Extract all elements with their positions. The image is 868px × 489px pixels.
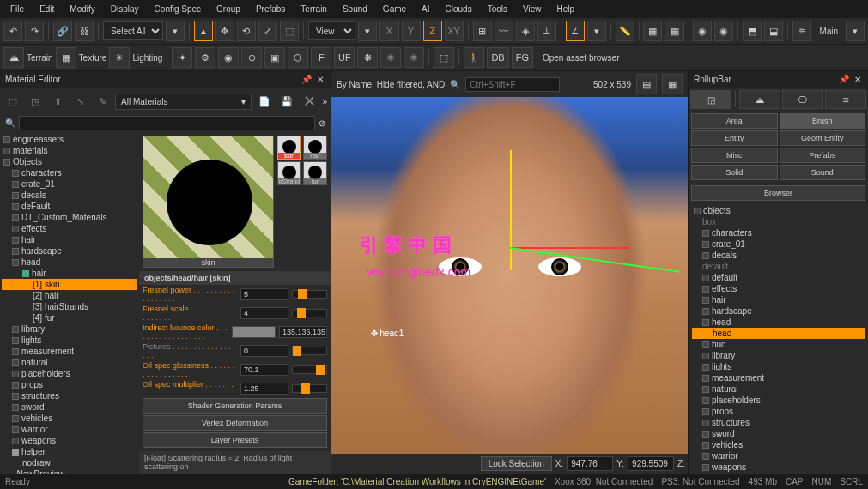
lighting-icon[interactable]: ☀ bbox=[109, 47, 130, 68]
select-filter-dropdown[interactable]: Select All bbox=[103, 21, 163, 40]
tree-item-props[interactable]: props bbox=[2, 379, 137, 390]
tab-display[interactable]: 🖵 bbox=[782, 90, 823, 109]
tree-item-head[interactable]: head bbox=[2, 257, 137, 268]
mat-new-button[interactable]: 📄 bbox=[255, 92, 274, 111]
tree-item--3--hairstrands[interactable]: [3] hairStrands bbox=[2, 301, 137, 312]
tree-item-default[interactable]: deFault bbox=[2, 201, 137, 212]
mat-tool-1[interactable]: ⬚ bbox=[3, 92, 22, 111]
tab-create[interactable]: ◲ bbox=[690, 90, 731, 109]
layers-icon[interactable]: ≋ bbox=[792, 21, 811, 41]
axis-xy-button[interactable]: XY bbox=[445, 21, 464, 41]
prop-slider[interactable] bbox=[292, 384, 327, 393]
tree-item-nodraw[interactable]: nodraw bbox=[2, 457, 137, 468]
tool-btn-9[interactable]: ⚛ bbox=[404, 47, 424, 68]
mat-filter-dropdown[interactable]: All Materials▾ bbox=[115, 94, 252, 110]
tree-item-crate-01[interactable]: crate_01 bbox=[2, 178, 137, 190]
tree-item-lights[interactable]: lights bbox=[692, 361, 865, 372]
prop-value-input[interactable]: 4 bbox=[240, 307, 288, 319]
tree-item-default[interactable]: default bbox=[692, 272, 865, 283]
tree-item-library[interactable]: library bbox=[692, 350, 865, 361]
undo-button[interactable]: ↶ bbox=[3, 21, 22, 41]
menu-group[interactable]: Group bbox=[209, 2, 247, 16]
material-tree[interactable]: engineassetsmaterialsObjectscharacterscr… bbox=[0, 132, 139, 474]
ref-coord-dropdown[interactable]: View bbox=[308, 21, 356, 40]
unlink-button[interactable]: ⛓ bbox=[75, 21, 94, 41]
axis-gizmo-x[interactable] bbox=[510, 247, 630, 249]
axis-y-button[interactable]: Y bbox=[402, 21, 421, 41]
category-prefabs[interactable]: Prefabs bbox=[780, 148, 866, 163]
tool-btn-4[interactable]: ⊙ bbox=[241, 47, 262, 68]
tab-layers[interactable]: ≋ bbox=[825, 90, 866, 109]
tree-item-placeholders[interactable]: placeholders bbox=[692, 395, 865, 406]
menu-edit[interactable]: Edit bbox=[33, 2, 61, 16]
close-icon[interactable]: ✕ bbox=[853, 75, 863, 84]
axis-x-button[interactable]: X bbox=[379, 21, 398, 41]
vp-search-input[interactable] bbox=[465, 77, 560, 92]
tree-item-box[interactable]: box bbox=[692, 216, 865, 227]
tree-item-hardscape[interactable]: hardscape bbox=[692, 305, 865, 317]
snap-grid-button[interactable]: ⊞ bbox=[473, 21, 492, 41]
db-button[interactable]: DB bbox=[487, 47, 508, 68]
tree-item-lights[interactable]: lights bbox=[2, 335, 137, 346]
prop-slider[interactable] bbox=[292, 290, 327, 299]
tree-item-placeholders[interactable]: placeholders bbox=[2, 368, 137, 379]
tree-item-helper[interactable]: helper bbox=[2, 446, 137, 457]
tool-btn-uf[interactable]: UF bbox=[334, 47, 355, 68]
layer-opts[interactable]: ▾ bbox=[846, 21, 865, 41]
fg-button[interactable]: FG bbox=[512, 47, 533, 68]
snap-geom-button[interactable]: ◈ bbox=[516, 21, 535, 41]
tree-item-sword[interactable]: sword bbox=[2, 401, 137, 413]
thumb-skin[interactable]: skin bbox=[277, 136, 301, 160]
browser-header[interactable]: Browser bbox=[691, 185, 865, 201]
misc-button-1[interactable]: ⬒ bbox=[743, 21, 762, 41]
tree-item-engineassets[interactable]: engineassets bbox=[2, 134, 137, 145]
menu-file[interactable]: File bbox=[3, 2, 31, 16]
tool-btn-10[interactable]: ⬚ bbox=[434, 47, 454, 68]
tool-btn-1[interactable]: ✦ bbox=[172, 47, 192, 68]
misc-button-2[interactable]: ⬓ bbox=[764, 21, 783, 41]
tree-item--1--skin[interactable]: [1] skin bbox=[2, 279, 137, 290]
tree-item-warrior[interactable]: warrior bbox=[2, 424, 137, 435]
coord-y-input[interactable] bbox=[628, 456, 674, 471]
tree-item-warrior[interactable]: warrior bbox=[692, 450, 865, 462]
tree-item-measurement[interactable]: measurement bbox=[692, 372, 865, 383]
tab-terrain[interactable]: ⛰ bbox=[739, 90, 780, 109]
select-filter-opts[interactable]: ▾ bbox=[166, 21, 185, 41]
tree-item-natural[interactable]: natural bbox=[692, 383, 865, 395]
category-area[interactable]: Area bbox=[691, 113, 778, 129]
tree-item-effects[interactable]: effects bbox=[692, 283, 865, 294]
clear-search-icon[interactable]: ⊘ bbox=[319, 118, 325, 128]
prop-value-input[interactable]: 0 bbox=[240, 345, 288, 357]
layer-button-2[interactable]: ▦ bbox=[665, 21, 683, 41]
section-layer-presets[interactable]: Layer Presets bbox=[143, 432, 327, 448]
axis-z-button[interactable]: Z bbox=[423, 21, 442, 41]
redo-button[interactable]: ↷ bbox=[25, 21, 44, 41]
tree-item-props[interactable]: props bbox=[692, 406, 865, 417]
object-button-1[interactable]: ◉ bbox=[693, 21, 712, 41]
menu-sound[interactable]: Sound bbox=[336, 2, 374, 16]
tree-item-materials[interactable]: materials bbox=[2, 145, 137, 156]
tree-item-structures[interactable]: structures bbox=[2, 390, 137, 401]
axis-gizmo-z[interactable] bbox=[510, 150, 512, 270]
link-button[interactable]: 🔗 bbox=[53, 21, 72, 41]
prop-value-input[interactable]: 5 bbox=[240, 288, 288, 300]
object-button-2[interactable]: ◉ bbox=[714, 21, 733, 41]
menu-modify[interactable]: Modify bbox=[63, 2, 101, 16]
prop-slider[interactable] bbox=[292, 347, 327, 355]
vp-layout-1[interactable]: ▤ bbox=[636, 74, 657, 94]
tree-item-hair[interactable]: hair bbox=[2, 234, 137, 245]
tree-item-hud[interactable]: hud bbox=[692, 339, 865, 350]
category-sound[interactable]: Sound bbox=[780, 165, 866, 180]
menu-terrain[interactable]: Terrain bbox=[294, 2, 334, 16]
snap-angle-opts[interactable]: ▾ bbox=[587, 21, 606, 41]
tree-item-decals[interactable]: decals bbox=[2, 190, 137, 201]
tree-item-vehicles[interactable]: vehicles bbox=[692, 439, 865, 450]
layer-button-1[interactable]: ▦ bbox=[643, 21, 662, 41]
mat-tool-pick[interactable]: ⤡ bbox=[70, 92, 89, 111]
category-solid[interactable]: Solid bbox=[691, 165, 778, 180]
category-misc[interactable]: Misc bbox=[691, 148, 778, 163]
scale-tool[interactable]: ⤢ bbox=[258, 21, 277, 41]
snap-terrain-button[interactable]: 〰 bbox=[495, 21, 513, 41]
menu-clouds[interactable]: Clouds bbox=[439, 2, 479, 16]
prop-value-input[interactable]: 70.1 bbox=[240, 364, 288, 376]
